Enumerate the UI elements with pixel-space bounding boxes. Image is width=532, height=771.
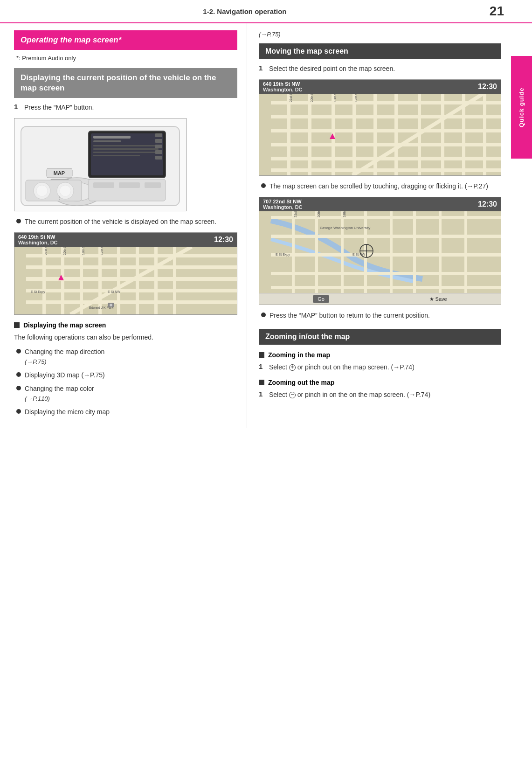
left-column: Operating the map screen* *: Premium Aud… [0,23,247,428]
quick-guide-tab: Quick guide [511,56,532,159]
bullet-dot-3 [16,386,21,390]
zoom-in-step-1: 1 Select + or pinch out on the map scree… [259,362,501,372]
svg-rect-60 [271,143,501,146]
zoom-out-step-1: 1 Select − or pinch in on the on the map… [259,390,501,400]
map3-header: 707 22nd St NW Washington, DC 12:30 [259,197,501,211]
map2-time: 12:30 [478,83,497,91]
plus-icon: + [289,364,296,371]
zoom-out-label: Zooming out the map [268,379,334,386]
svg-rect-91 [439,211,442,293]
svg-rect-61 [271,157,501,160]
svg-rect-11 [155,133,162,137]
svg-rect-8 [93,148,159,150]
sub-header-square [14,322,20,328]
bullet-map-direction-text: Changing the map direction(→P.75) [25,347,104,367]
bullet-dot-map [261,313,266,317]
svg-text:17th St NW: 17th St NW [100,247,104,255]
map2-body: N 🔍 ⊞ + − [259,94,501,175]
svg-rect-42 [136,247,139,314]
svg-rect-27 [93,182,114,188]
displaying-map-screen-subheader: Displaying the map screen [14,321,237,329]
svg-rect-15 [155,156,162,160]
svg-text:20th St NW: 20th St NW [310,94,313,102]
svg-rect-37 [42,247,46,314]
svg-rect-68 [394,94,398,175]
go-button[interactable]: Go [313,295,329,303]
svg-rect-62 [271,168,501,172]
zoom-in-step-text: Select + or pinch out on the map screen.… [269,362,415,372]
map3-bottom-bar: Go ★ Save [259,293,501,305]
zooming-header: Zooming in/out the map [259,329,501,345]
map2-addr2: Washington, DC [263,87,303,92]
section-title: 1-2. Navigation operation [9,7,480,15]
map3-body: N 🔍 ⊞ 0.3 + − [259,211,501,293]
svg-rect-13 [155,145,162,148]
zoom-in-square [259,352,264,358]
bullet-map-color: Changing the map color(→P.110) [14,384,237,403]
page-header: 1-2. Navigation operation 21 [0,0,532,23]
zoom-in-step-num: 1 [259,362,269,370]
svg-rect-9 [93,152,159,153]
map-small-1: 640 19th St NW Washington, DC 12:30 N 🔍 … [14,232,237,315]
svg-text:21st St NW: 21st St NW [294,211,297,217]
svg-rect-32 [26,254,237,257]
svg-rect-85 [292,211,295,293]
map1-addr1: 640 19th St NW [18,234,58,240]
zoom-in-label: Zooming in the map [268,351,330,359]
step-1-text: Press the “MAP” button. [24,103,94,112]
svg-rect-58 [271,115,501,118]
svg-rect-36 [26,300,237,304]
map2-header: 640 19th St NW Washington, DC 12:30 [259,80,501,94]
svg-text:21st St NW: 21st St NW [289,94,292,102]
svg-rect-6 [93,140,121,142]
zoom-out-square [259,380,264,385]
right-column: (→P.75) Moving the map screen 1 Select t… [247,23,511,428]
bullet-dot [16,219,21,223]
operating-map-header: Operating the map screen* [14,30,237,50]
car-dashboard-illustration: MAP [14,118,187,211]
bullet-micro-city-text: Displaying the micro city map [25,407,110,417]
svg-text:E St Expy: E St Expy [31,290,45,294]
svg-text:20th St NW: 20th St NW [317,211,320,217]
bullet-press-map-text: Press the “MAP” button to return to the … [269,311,430,320]
svg-rect-87 [341,211,344,293]
svg-text:E St Expy: E St Expy [276,253,290,257]
map3-addr2: Washington, DC [263,204,303,210]
svg-rect-33 [26,265,237,269]
map1-addr2: Washington, DC [18,240,58,245]
bullet-scrolled-text: The map screen can be scrolled by touchi… [269,181,488,191]
svg-text:18th St NW: 18th St NW [333,94,337,102]
svg-point-55 [110,304,112,306]
zoom-out-subheader: Zooming out the map [259,379,501,386]
map2-address: 640 19th St NW Washington, DC [263,81,303,92]
step-1-row: 1 Press the “MAP” button. [14,103,237,112]
zoom-out-step-text: Select − or pinch in on the on the map s… [269,390,430,400]
save-button[interactable]: ★ Save [429,296,447,302]
map-large-1: 640 19th St NW Washington, DC 12:30 N 🔍 … [259,79,501,176]
svg-rect-29 [145,182,161,188]
moving-step-1-text: Select the desired point on the map scre… [269,64,395,74]
displaying-map-screen-label: Displaying the map screen [23,321,106,329]
map3-addr1: 707 22nd St NW [263,199,303,204]
moving-map-header: Moving the map screen [259,43,501,59]
bullet-press-map: Press the “MAP” button to return to the … [259,311,501,320]
svg-rect-4 [91,133,163,175]
svg-rect-64 [308,94,311,175]
bullet-map-direction: Changing the map direction(→P.75) [14,347,237,367]
svg-text:20th St NW: 20th St NW [63,247,66,255]
map1-header: 640 19th St NW Washington, DC 12:30 [14,233,237,247]
svg-rect-92 [464,211,467,293]
svg-rect-63 [287,94,290,175]
displaying-position-header: Displaying the current position of the v… [14,68,237,98]
svg-rect-39 [80,247,83,314]
arrow-ref-p75: (→P.75) [259,30,501,38]
svg-rect-40 [98,247,102,314]
svg-text:E St NW: E St NW [352,253,365,256]
map3-streets: George Washington University 21st St NW … [259,211,501,293]
svg-text:E St NW: E St NW [108,290,120,293]
map2-addr1: 640 19th St NW [263,81,303,87]
bullet-map-color-text: Changing the map color(→P.110) [25,384,94,403]
svg-rect-14 [155,150,162,154]
svg-rect-5 [93,136,131,139]
svg-point-25 [60,185,71,196]
